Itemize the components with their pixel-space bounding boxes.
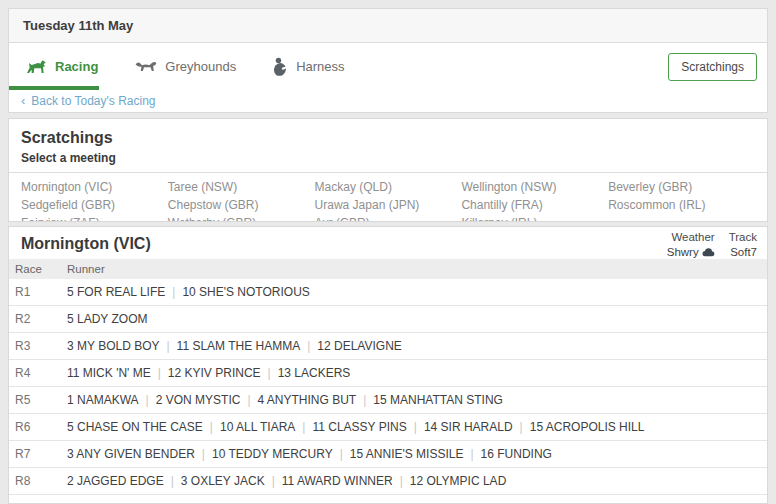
meeting-header: Mornington (VIC) Weather Shwry Track Sof… xyxy=(9,227,767,259)
runner-name: 10 ALL TIARA xyxy=(220,420,295,434)
race-row: R8 2 JAGGED EDGE|3 OXLEY JACK|11 AWARD W… xyxy=(9,468,767,495)
date-title: Tuesday 11th May xyxy=(23,18,133,33)
select-meeting-label: Select a meeting xyxy=(9,151,767,173)
runner-separator: | xyxy=(400,474,403,488)
runner-name: 11 AWARD WINNER xyxy=(282,474,393,488)
weather-label: Weather xyxy=(667,230,715,245)
runner-list: 3 ANY GIVEN BENDER|10 TEDDY MERCURY|15 A… xyxy=(67,447,552,461)
meeting-link[interactable]: Ayr (GBR) xyxy=(315,214,462,222)
runner-name: 15 ACROPOLIS HILL xyxy=(530,420,645,434)
meeting-link[interactable]: Beverley (GBR) xyxy=(608,178,755,196)
runner-separator: | xyxy=(302,420,305,434)
tab-racing[interactable]: Racing xyxy=(26,59,98,75)
weather-track-info: Weather Shwry Track Soft7 xyxy=(667,230,757,260)
meeting-link[interactable]: Wellington (NSW) xyxy=(461,178,608,196)
table-header: Race Runner xyxy=(9,259,767,279)
runner-separator: | xyxy=(247,393,250,407)
tab-greyhounds[interactable]: Greyhounds xyxy=(134,59,236,74)
scratchings-button[interactable]: Scratchings xyxy=(668,53,757,81)
runner-name: 3 MY BOLD BOY xyxy=(67,339,159,353)
meeting-link[interactable]: Chepstow (GBR) xyxy=(168,196,315,214)
meeting-title: Mornington (VIC) xyxy=(9,227,767,253)
runner-name: 3 OXLEY JACK xyxy=(181,474,265,488)
runner-name: 15 MANHATTAN STING xyxy=(373,393,503,407)
runner-name: 15 ANNIE'S MISSILE xyxy=(350,447,464,461)
runner-separator: | xyxy=(307,339,310,353)
runner-name: 11 SLAM THE HAMMA xyxy=(177,339,301,353)
runner-separator: | xyxy=(340,447,343,461)
runner-list: 1 NAMAKWA|2 VON MYSTIC|4 ANYTHING BUT|15… xyxy=(67,393,503,407)
runner-separator: | xyxy=(363,393,366,407)
tab-racing-label: Racing xyxy=(55,59,98,74)
race-number: R2 xyxy=(9,312,67,326)
runner-list: 3 MY BOLD BOY|11 SLAM THE HAMMA|12 DELAV… xyxy=(67,339,402,353)
runner-separator: | xyxy=(414,420,417,434)
runner-name: 12 KYIV PRINCE xyxy=(168,366,261,380)
race-number: R5 xyxy=(9,393,67,407)
meeting-link[interactable]: Mackay (QLD) xyxy=(315,178,462,196)
harness-icon xyxy=(272,57,289,76)
runner-list: 5 LADY ZOOM xyxy=(67,312,147,326)
runner-separator: | xyxy=(202,447,205,461)
runner-name: 16 FUNDING xyxy=(481,447,552,461)
runner-name: 1 NAMAKWA xyxy=(67,393,139,407)
meeting-link[interactable]: Chantilly (FRA) xyxy=(461,196,608,214)
back-link-label: Back to Today's Racing xyxy=(31,94,155,108)
date-bar: Tuesday 11th May xyxy=(9,9,767,43)
weather-value: Shwry xyxy=(667,245,699,260)
horse-icon xyxy=(26,59,48,75)
runner-separator: | xyxy=(146,393,149,407)
track-label: Track xyxy=(729,230,757,245)
race-table-body: R1 5 FOR REAL LIFE|10 SHE'S NOTORIOUS R2… xyxy=(9,279,767,495)
runner-list: 11 MICK 'N' ME|12 KYIV PRINCE|13 LACKERS xyxy=(67,366,350,380)
scratchings-card: Scratchings Select a meeting Mornington … xyxy=(8,118,768,222)
runner-name: 13 LACKERS xyxy=(278,366,351,380)
meeting-link[interactable]: Urawa Japan (JPN) xyxy=(315,196,462,214)
tab-harness[interactable]: Harness xyxy=(272,57,344,76)
race-column-header: Race xyxy=(9,263,67,275)
track-column: Track Soft7 xyxy=(729,230,757,260)
rain-cloud-icon xyxy=(702,248,715,257)
tab-harness-label: Harness xyxy=(296,59,344,74)
runner-name: 11 CLASSY PINS xyxy=(312,420,406,434)
runner-list: 5 CHASE ON THE CASE|10 ALL TIARA|11 CLAS… xyxy=(67,420,644,434)
race-row: R2 5 LADY ZOOM xyxy=(9,306,767,333)
runner-list: 2 JAGGED EDGE|3 OXLEY JACK|11 AWARD WINN… xyxy=(67,474,506,488)
weather-column: Weather Shwry xyxy=(667,230,715,260)
runner-name: 2 VON MYSTIC xyxy=(156,393,241,407)
runner-name: 10 SHE'S NOTORIOUS xyxy=(182,285,309,299)
meeting-link[interactable]: Wetherby (GBR) xyxy=(168,214,315,222)
scratchings-title: Scratchings xyxy=(9,119,767,151)
meeting-link[interactable]: Taree (NSW) xyxy=(168,178,315,196)
race-number: R8 xyxy=(9,474,67,488)
race-number: R7 xyxy=(9,447,67,461)
back-link[interactable]: ‹Back to Today's Racing xyxy=(9,90,767,113)
race-row: R6 5 CHASE ON THE CASE|10 ALL TIARA|11 C… xyxy=(9,414,767,441)
meeting-grid: Mornington (VIC) Taree (NSW) Mackay (QLD… xyxy=(9,173,767,222)
chevron-left-icon: ‹ xyxy=(21,93,25,108)
greyhound-icon xyxy=(134,60,158,73)
sport-tabs: Racing Greyhounds Harness Scratchings xyxy=(9,43,767,90)
runner-name: 5 LADY ZOOM xyxy=(67,312,147,326)
runner-name: 11 MICK 'N' ME xyxy=(67,366,151,380)
meeting-link[interactable]: Mornington (VIC) xyxy=(21,178,168,196)
meeting-link[interactable]: Sedgefield (GBR) xyxy=(21,196,168,214)
runner-name: 12 OLYMPIC LAD xyxy=(410,474,506,488)
track-value: Soft7 xyxy=(730,245,757,260)
runner-name: 12 DELAVIGNE xyxy=(317,339,401,353)
runner-name: 4 ANYTHING BUT xyxy=(258,393,357,407)
runner-separator: | xyxy=(171,474,174,488)
runner-separator: | xyxy=(470,447,473,461)
runner-list: 5 FOR REAL LIFE|10 SHE'S NOTORIOUS xyxy=(67,285,310,299)
tab-greyhounds-label: Greyhounds xyxy=(165,59,236,74)
runner-separator: | xyxy=(172,285,175,299)
meeting-link[interactable]: Roscommon (IRL) xyxy=(608,196,755,214)
meeting-link[interactable]: Killarney (IRL) xyxy=(461,214,608,222)
race-row: R1 5 FOR REAL LIFE|10 SHE'S NOTORIOUS xyxy=(9,279,767,306)
runner-name: 5 CHASE ON THE CASE xyxy=(67,420,203,434)
runner-separator: | xyxy=(166,339,169,353)
meeting-link[interactable]: Fairview (ZAF) xyxy=(21,214,168,222)
race-row: R4 11 MICK 'N' ME|12 KYIV PRINCE|13 LACK… xyxy=(9,360,767,387)
runner-separator: | xyxy=(158,366,161,380)
runner-separator: | xyxy=(520,420,523,434)
